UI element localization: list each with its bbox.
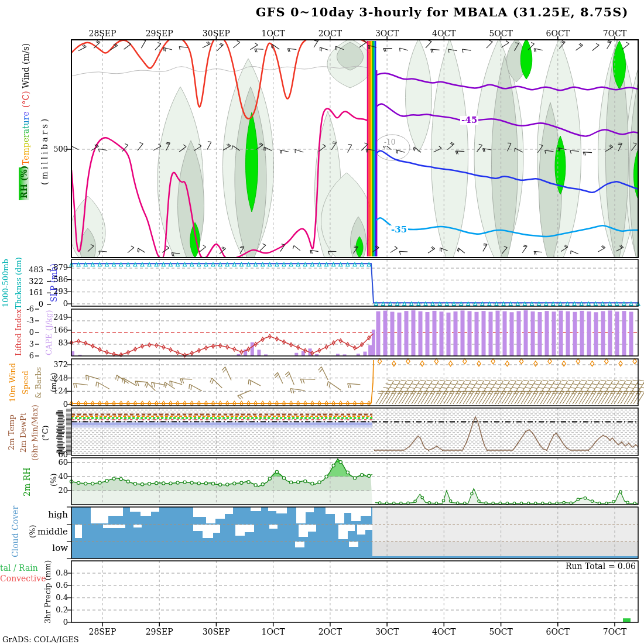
axis-label-thickness-1: 1000-500mb: [1, 251, 10, 316]
axis-label-2m-rh: 2m RH: [22, 454, 32, 509]
day-label-bottom-3OCT: 3OCT: [367, 628, 407, 636]
axis-label-2m-dewpt: 2m DewPt: [19, 405, 28, 460]
precip-tick: 0.2: [52, 606, 68, 614]
thickness-tick: 322: [26, 278, 43, 285]
cape-tick: 249: [52, 313, 68, 321]
contour-label-m10: -10: [383, 139, 396, 146]
slp-tick: 586: [52, 276, 68, 283]
wind-tick: 372: [52, 361, 68, 368]
cape-tick: 166: [52, 326, 68, 334]
thickness-tick: 483: [26, 266, 43, 273]
day-label-top-5OCT: 5OCT: [481, 29, 521, 37]
precip-tick: 0.8: [52, 569, 68, 577]
axis-label-3hr-precip: 3hr Precip (mm): [43, 557, 52, 626]
day-label-bottom-4OCT: 4OCT: [424, 628, 464, 636]
rh-tick: 20: [52, 487, 68, 494]
precip-tick: 0.6: [52, 581, 68, 589]
slp-tick: 0: [52, 300, 68, 307]
legend-convective: Convective: [0, 574, 48, 583]
rh-tick: 60: [52, 458, 68, 466]
meteogram: GFS 0~10day 3-hourly for MBALA (31.25E, …: [0, 0, 644, 644]
day-label-top-3OCT: 3OCT: [367, 29, 407, 37]
day-label-top-2OCT: 2OCT: [310, 29, 350, 37]
li-tick: 6: [19, 352, 34, 359]
rh-tick: 40: [52, 472, 68, 480]
wind-tick: 248: [52, 374, 68, 382]
cloud-row-high: high: [34, 511, 68, 519]
thickness-tick: 161: [26, 289, 43, 296]
day-label-bottom-30SEP: 30SEP: [196, 628, 236, 636]
li-tick: -6: [19, 305, 34, 313]
meteogram-plot-canvas: [0, 0, 644, 644]
day-label-top-4OCT: 4OCT: [424, 29, 464, 37]
day-label-bottom-6OCT: 6OCT: [538, 628, 578, 636]
precip-tick: 0.4: [52, 594, 68, 601]
li-tick: 0: [19, 328, 34, 336]
day-label-top-29SEP: 29SEP: [139, 29, 179, 37]
slp-tick: 879: [52, 263, 68, 271]
day-label-bottom-29SEP: 29SEP: [139, 628, 179, 636]
cloud-row-middle: middle: [34, 527, 68, 536]
contour-label-m45: -45: [460, 116, 478, 125]
cloud-row-low: low: [34, 544, 68, 553]
wind-tick: 0: [52, 400, 68, 408]
axis-label-temperature: Temperature: [21, 108, 30, 169]
wind-tick: 124: [52, 387, 68, 395]
day-label-top-1OCT: 1OCT: [254, 29, 293, 37]
day-label-top-7OCT: 7OCT: [595, 29, 635, 37]
precip-tick: 0: [52, 618, 68, 626]
day-label-bottom-1OCT: 1OCT: [254, 628, 293, 636]
tick-500mb: 500: [53, 145, 68, 153]
day-label-top-30SEP: 30SEP: [196, 29, 236, 37]
li-tick: 3: [19, 340, 34, 348]
axis-label-millibars: (millibars): [40, 107, 49, 194]
axis-label-2m-temp: 2m Temp: [7, 405, 16, 460]
axis-label-t2m-unit: (°C): [41, 417, 50, 450]
run-total-text: Run Total = 0.06: [544, 562, 636, 570]
day-label-bottom-28SEP: 28SEP: [83, 628, 122, 636]
li-tick: -3: [19, 317, 34, 324]
slp-tick: 293: [52, 287, 68, 295]
axis-label-wind: Wind (m/s): [21, 37, 30, 94]
axis-label-rh-legend: RH (%): [19, 167, 29, 200]
cape-tick: 83: [52, 339, 68, 347]
day-label-bottom-2OCT: 2OCT: [310, 628, 350, 636]
legend-total-rain: tal / Rain: [0, 564, 39, 572]
grads-credit: GrADS: COLA/IGES: [2, 636, 79, 643]
contour-label-m35: -35: [390, 225, 408, 234]
chart-title: GFS 0~10day 3-hourly for MBALA (31.25E, …: [249, 5, 635, 19]
day-label-top-6OCT: 6OCT: [538, 29, 578, 37]
day-label-top-28SEP: 28SEP: [83, 29, 122, 37]
axis-label-10m-wind: 10m Wind: [8, 355, 17, 411]
axis-label-cloud-cover: Cloud Cover: [11, 500, 20, 563]
axis-label-speed: Speed: [21, 355, 30, 411]
day-label-bottom-5OCT: 5OCT: [481, 628, 521, 636]
day-label-bottom-7OCT: 7OCT: [595, 628, 635, 636]
axis-label-degc: (°C): [21, 93, 30, 108]
axis-label-6hr-minmax: (6hr Min/Max): [30, 403, 39, 463]
